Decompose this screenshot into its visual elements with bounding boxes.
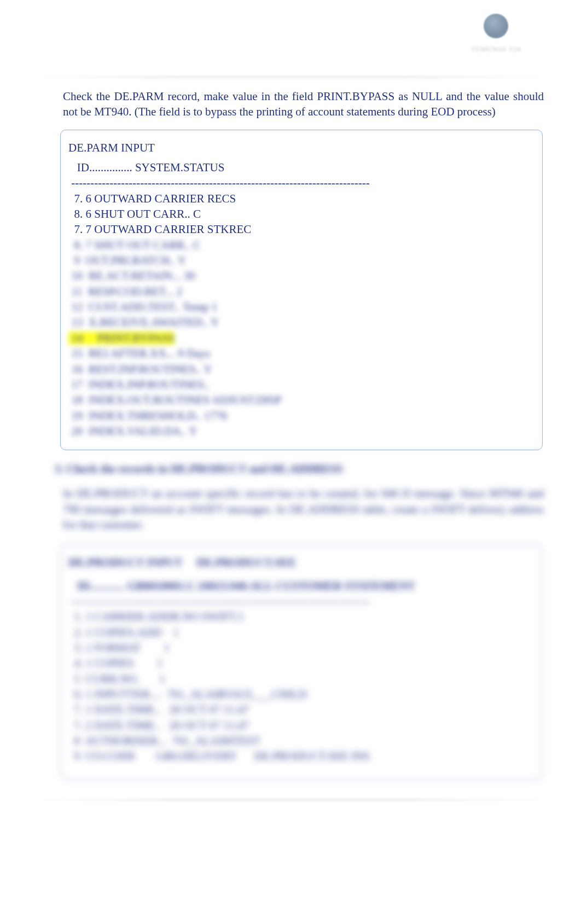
code-block-title-2: DE.PRODUCT INPUT DE.PRODUCT.SEE: [68, 555, 534, 570]
highlighted-line: 14 PRINT.BYPASS: [68, 332, 175, 345]
id-line: ID............... SYSTEM.STATUS: [68, 160, 534, 175]
code-line-blurred: 16 REST.INP.ROUTINES.. Y: [68, 362, 534, 377]
code-line-blurred: 7. 1 DATE.TIME.. 26 OCT 07 11:47: [68, 702, 534, 717]
code-line-blurred: 8. 7 SHUT OUT CARR.. C: [68, 237, 534, 253]
section-3-paragraph: In DE.PRODUCT an account specific record…: [33, 486, 548, 532]
code-line-blurred: 19 INDEX.THRESHOLD.. 1776: [68, 408, 534, 423]
code-line-blurred: 11 RESP.COD.RET... 2: [68, 284, 534, 299]
code-line-blurred: 6. 1 INPUTTER.... 701_ALAIRVAUL___CHILD: [68, 687, 534, 702]
code-line-blurred: 15 REJ.AFTER.XX... 9 Days: [68, 346, 534, 361]
code-line-blurred: 12 CUST.ADD.TEST.. Temp 1: [68, 299, 534, 315]
code-line-blurred: 9 OUT.PRI.BATCH.. Y: [68, 253, 534, 268]
logo-circle-icon: [484, 14, 508, 38]
id-line-2: ID............ GB0010001.C.10023.940.ALL…: [68, 578, 534, 594]
code-line-blurred: 18 INDEX.OUT.ROUTINES ADJUST.DISP: [68, 392, 534, 408]
logo-text: TEMENOS T24: [471, 45, 521, 54]
divider-line-2: ----------------------------------------…: [68, 594, 534, 609]
code-line-blurred: 14 PRINT.BYPASS: [68, 330, 534, 346]
code-line-blurred: 1. 1 CARRIER.ADDR.NO SWIFT.1: [68, 609, 534, 624]
code-block-title: DE.PARM INPUT: [68, 140, 534, 155]
header-divider: [33, 77, 548, 78]
de-product-code-block: DE.PRODUCT INPUT DE.PRODUCT.SEE ID......…: [60, 544, 543, 780]
code-line: 7. 6 OUTWARD CARRIER RECS: [68, 191, 534, 206]
code-line-blurred: 17 INDEX.INP.ROUTINES..: [68, 377, 534, 392]
intro-paragraph: Check the DE.PARM record, make value in …: [33, 89, 548, 120]
code-line-blurred: 20 INDEX.VALID.DA.. Y: [68, 423, 534, 439]
code-line-blurred: 2. 1 COPIES.ADD 1: [68, 625, 534, 640]
code-line-blurred: 10 RE.ACT.RETAIN... 30: [68, 268, 534, 283]
code-line-blurred: 7. 2 DATE.TIME.. 26 OCT 07 11:47: [68, 718, 534, 733]
section-3-heading: 3. Check the records in DE.PRODUCT and D…: [33, 462, 548, 476]
code-line: 8. 6 SHUT OUT CARR.. C: [68, 206, 534, 222]
code-line: 7. 7 OUTWARD CARRIER STKREC: [68, 222, 534, 237]
code-line-blurred: 9 CO.CODE GB0.DELIVERY DE.PRODUCT.SEE IN…: [68, 748, 534, 764]
code-line-blurred: 13 X.RECEIVE.AWAITED.. Y: [68, 315, 534, 330]
footer-divider: [33, 799, 548, 800]
brand-logo: TEMENOS T24: [471, 14, 521, 54]
code-line-blurred: 5 CURR.NO. 1: [68, 671, 534, 687]
code-line-blurred: 8 AUTHORISER... 701_ALAIMTEST: [68, 733, 534, 748]
code-line-blurred: 3. 1 FORMAT 1: [68, 640, 534, 655]
code-line-blurred: 4. 1 COPIES 1: [68, 655, 534, 671]
divider-line: ----------------------------------------…: [68, 175, 534, 190]
de-parm-code-block: DE.PARM INPUT ID............... SYSTEM.S…: [60, 130, 543, 451]
